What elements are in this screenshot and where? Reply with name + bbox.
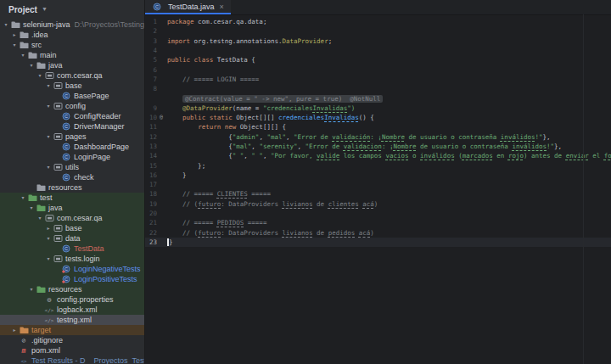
chevron-expanded-icon[interactable]: ▾ [44,162,53,172]
code-editor[interactable]: 1package com.cesar.qa.data;23import org.… [145,14,611,364]
code-line-16[interactable]: 16 } [145,171,611,180]
code-line-11[interactable]: 11 return new Object[][] { [145,122,611,132]
line-number[interactable]: 15 [145,162,157,170]
tree-item-src[interactable]: ▾src [0,40,144,50]
code-line-2[interactable]: 2 [145,26,611,36]
code-line-9[interactable]: 9 @DataProvider(name = "credencialesInva… [145,104,611,113]
line-number[interactable]: 14 [145,152,157,160]
tree-item-check[interactable]: Ccheck [0,172,144,182]
code-line-5[interactable]: 5public class TestData { [145,55,611,64]
line-number[interactable]: 6 [145,66,157,74]
chevron-expanded-icon[interactable]: ▾ [10,40,19,50]
tree-item-config-properties[interactable]: ⚙config.properties [0,294,144,305]
code-line-20[interactable]: 20 [145,209,611,218]
tree-item-logback-xml[interactable]: </>logback.xml [0,305,144,315]
dataprovider-gutter-icon[interactable]: @ [157,113,165,122]
line-number[interactable]: 5 [145,56,157,64]
tree-item-gitignore[interactable]: ⊘.gitignore [0,335,144,345]
tree-item-com-cesar-qa[interactable]: ▾com.cesar.qa [0,213,144,223]
tree-item-testdata[interactable]: CTestData [0,244,144,254]
line-number[interactable]: 7 [145,76,157,83]
tree-item-java[interactable]: ▾java [0,60,144,70]
code-line-19[interactable]: 19 // (futuro: DataProviders livianos de… [145,199,611,209]
chevron-expanded-icon[interactable]: ▾ [44,132,53,142]
line-number[interactable]: 16 [145,171,157,179]
close-icon[interactable]: × [220,3,224,11]
tree-item-tests-login[interactable]: ▾tests.login [0,254,144,264]
chevron-expanded-icon[interactable]: ▾ [44,254,53,264]
tree-item-idea[interactable]: ▸.idea [0,30,144,40]
chevron-expanded-icon[interactable]: ▾ [36,70,44,81]
line-number[interactable]: 11 [145,123,157,131]
chevron-expanded-icon[interactable]: ▾ [27,284,36,294]
tree-item-java[interactable]: ▾java [0,203,144,213]
code-line-15[interactable]: 15 }; [145,160,611,170]
code-line-10[interactable]: 10@ public static Object[][] credenciale… [145,113,611,122]
tree-item-loginpage[interactable]: CLoginPage [0,152,144,162]
line-number[interactable]: 23 [145,238,157,246]
tree-item-test-results-d-proyectos-testing-qa-au[interactable]: <>Test Results - D__Proyectos_Testing_qa… [0,356,144,364]
chevron-expanded-icon[interactable]: ▾ [19,193,27,203]
tree-item-testng-xml[interactable]: </>testng.xml [0,315,144,325]
code-line-18[interactable]: 18 // ===== CLIENTES ===== [145,189,611,199]
tree-item-pages[interactable]: ▾pages [0,132,144,142]
line-number[interactable]: 19 [145,200,157,208]
line-number[interactable]: 13 [145,143,157,150]
tree-item-pom-xml[interactable]: mpom.xml [0,345,144,356]
line-number[interactable]: 20 [145,210,157,217]
chevron-expanded-icon[interactable]: ▾ [44,101,53,111]
line-number[interactable]: 1 [145,18,157,25]
tree-item-data[interactable]: ▾data [0,233,144,244]
tree-item-loginpositivetests[interactable]: CLoginPositiveTests [0,274,144,284]
code-line-6[interactable]: 6 [145,64,611,74]
tree-item-utils[interactable]: ▾utils [0,162,144,172]
tree-item-selenium-java[interactable]: ▾selenium-javaD:\Proyectos\Testing\qa-au… [0,20,144,30]
tree-item-loginnegativetests[interactable]: CLoginNegativeTests [0,264,144,274]
tree-item-target[interactable]: ▸target [0,325,144,335]
tree-item-base[interactable]: ▸base [0,223,144,233]
chevron-expanded-icon[interactable]: ▾ [27,203,36,213]
tree-item-test[interactable]: ▾test [0,193,144,203]
chevron-expanded-icon[interactable]: ▾ [19,50,27,60]
project-panel-header[interactable]: Project ▼ [0,0,144,19]
line-number[interactable]: 8 [145,85,157,92]
code-line-7[interactable]: 7 // ===== LOGIN ===== [145,75,611,84]
line-number[interactable]: 3 [145,37,157,45]
code-line-12[interactable]: 12 {"admin", "mal", "Error de validación… [145,132,611,142]
code-line-17[interactable]: 17 [145,180,611,189]
line-number[interactable]: 21 [145,219,157,227]
chevron-collapsed-icon[interactable]: ▸ [10,325,19,335]
chevron-expanded-icon[interactable]: ▾ [44,233,53,244]
code-line-1[interactable]: 1package com.cesar.qa.data; [145,17,611,26]
line-number[interactable]: 9 [145,104,157,112]
code-line-13[interactable]: 13 {"mal", "serenity", "Error de validac… [145,142,611,151]
code-line-21[interactable]: 21 // ===== PEDIDOS ===== [145,218,611,227]
chevron-expanded-icon[interactable]: ▾ [36,213,44,223]
tree-item-com-cesar-qa[interactable]: ▾com.cesar.qa [0,70,144,81]
line-number[interactable]: 22 [145,229,157,237]
tree-item-resources[interactable]: resources [0,182,144,193]
line-number[interactable]: 2 [145,27,157,35]
chevron-collapsed-icon[interactable]: ▸ [10,30,19,40]
tree-item-basepage[interactable]: CBasePage [0,91,144,101]
tree-item-dashboardpage[interactable]: CDashboardPage [0,142,144,152]
chevron-expanded-icon[interactable]: ▾ [27,60,36,70]
line-number[interactable]: 10 [145,114,157,121]
tab-testdata-java[interactable]: C TestData.java × [145,0,231,14]
line-number[interactable]: 4 [145,47,157,54]
chevron-collapsed-icon[interactable]: ▸ [44,223,53,233]
code-line-22[interactable]: 22 // (futuro: DataProviders livianos de… [145,228,611,238]
tree-item-main[interactable]: ▾main [0,50,144,60]
line-number[interactable]: 12 [145,133,157,141]
chevron-expanded-icon[interactable]: ▾ [2,20,10,30]
code-line-3[interactable]: 3import org.testng.annotations.DataProvi… [145,36,611,46]
code-line-4[interactable]: 4 [145,46,611,55]
tree-item-resources[interactable]: ▾resources [0,284,144,294]
tree-item-configreader[interactable]: CConfigReader [0,111,144,121]
line-number[interactable]: 18 [145,190,157,198]
line-number[interactable]: 17 [145,181,157,188]
tree-item-drivermanager[interactable]: CDriverManager [0,121,144,132]
code-line-8[interactable]: 8 [145,84,611,93]
tree-item-base[interactable]: ▾base [0,81,144,91]
chevron-expanded-icon[interactable]: ▾ [44,81,53,91]
